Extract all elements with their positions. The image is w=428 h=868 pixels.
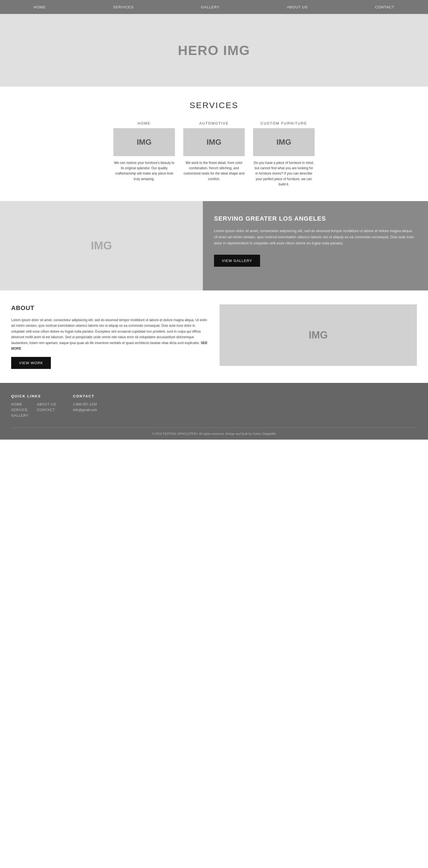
service-desc-1: We work to the finest detail, from color… — [183, 160, 245, 182]
view-work-button[interactable]: VIEW WORK — [11, 357, 51, 369]
footer-phone: 1-800-357-1234 — [73, 402, 97, 406]
footer-contact: CONTACT 1-800-357-1234 info@gmail.com — [73, 394, 97, 419]
service-img-1: IMG — [183, 128, 245, 156]
footer-quick-links: QUICK LINKS HOMESERVICEGALLERY ABOUT USC… — [11, 394, 56, 419]
footer-link-group-2: ABOUT USCONTACT — [37, 402, 56, 419]
about-section: ABOUT Lorem ipsum dolor sit amet, consec… — [0, 290, 428, 383]
footer-link-home[interactable]: HOME — [11, 402, 29, 406]
hero-text: HERO IMG — [178, 43, 250, 58]
nav-item-contact[interactable]: CONTACT — [370, 5, 400, 9]
footer-link-gallery[interactable]: GALLERY — [11, 413, 29, 417]
about-content: ABOUT Lorem ipsum dolor sit amet, consec… — [11, 304, 208, 369]
gallery-desc: Lorem ipsum dolor sit amet, consectetur … — [214, 228, 417, 246]
service-card-title-0: HOME — [114, 121, 175, 125]
service-desc-0: We can restore your furniture's beauty t… — [114, 160, 175, 182]
main-nav: HOMESERVICESGALLERYABOUT USCONTACT — [0, 0, 428, 14]
about-title: ABOUT — [11, 304, 208, 312]
hero-section: HERO IMG — [0, 14, 428, 87]
services-grid: HOME IMG We can restore your furniture's… — [11, 121, 417, 187]
footer-contact-info: 1-800-357-1234 info@gmail.com — [73, 402, 97, 412]
view-gallery-button[interactable]: VIEW GALLERY — [214, 255, 260, 267]
services-section: SERVICES HOME IMG We can restore your fu… — [0, 87, 428, 201]
service-img-2: IMG — [253, 128, 314, 156]
service-card-1: AUTOMOTIVE IMG We work to the finest det… — [183, 121, 245, 187]
gallery-section: IMG SERVING GREATER LOS ANGELES Lorem ip… — [0, 201, 428, 290]
about-text: Lorem ipsum dolor sit amet, consectetur … — [11, 317, 208, 351]
service-card-title-1: AUTOMOTIVE — [183, 121, 245, 125]
quick-links-title: QUICK LINKS — [11, 394, 56, 398]
services-title: SERVICES — [11, 100, 417, 110]
service-card-title-2: CUSTOM FURNITURE — [253, 121, 314, 125]
gallery-image: IMG — [0, 201, 203, 290]
nav-item-services[interactable]: SERVICES — [108, 5, 140, 9]
footer-link-about-us[interactable]: ABOUT US — [37, 402, 56, 406]
footer-top: QUICK LINKS HOMESERVICEGALLERY ABOUT USC… — [11, 394, 417, 419]
footer-links: HOMESERVICEGALLERY ABOUT USCONTACT — [11, 402, 56, 419]
about-image: IMG — [220, 304, 417, 366]
footer-bottom: © 2016 TESTING UPHOLSTERY. All rights re… — [11, 428, 417, 440]
footer-email: info@gmail.com — [73, 408, 97, 412]
service-card-0: HOME IMG We can restore your furniture's… — [114, 121, 175, 187]
footer-link-group-1: HOMESERVICEGALLERY — [11, 402, 29, 419]
service-desc-2: Do you have a piece of furniture in mind… — [253, 160, 314, 187]
footer-link-contact[interactable]: CONTACT — [37, 408, 56, 412]
footer: QUICK LINKS HOMESERVICEGALLERY ABOUT USC… — [0, 383, 428, 440]
footer-link-service[interactable]: SERVICE — [11, 408, 29, 412]
service-card-2: CUSTOM FURNITURE IMG Do you have a piece… — [253, 121, 314, 187]
contact-title: CONTACT — [73, 394, 97, 398]
nav-item-gallery[interactable]: GALLERY — [195, 5, 225, 9]
gallery-content: SERVING GREATER LOS ANGELES Lorem ipsum … — [203, 201, 428, 290]
nav-item-home[interactable]: HOME — [28, 5, 52, 9]
service-img-0: IMG — [114, 128, 175, 156]
gallery-heading: SERVING GREATER LOS ANGELES — [214, 215, 417, 222]
nav-item-about-us[interactable]: ABOUT US — [281, 5, 313, 9]
copyright: © 2016 TESTING UPHOLSTERY. All rights re… — [152, 432, 276, 435]
